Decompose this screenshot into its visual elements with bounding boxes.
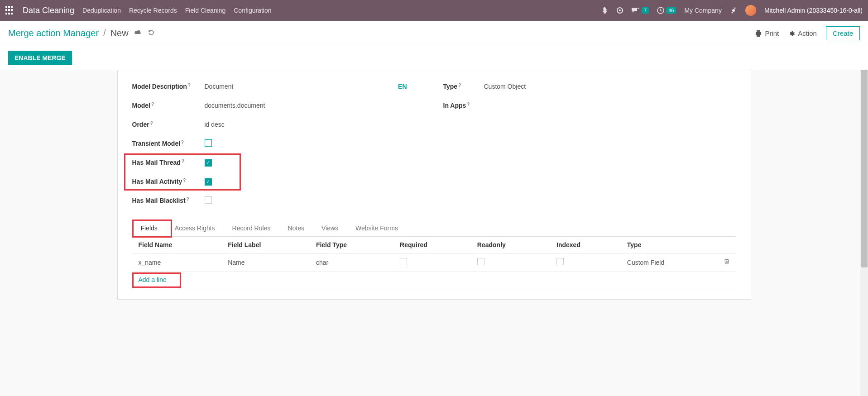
top-navbar: Data Cleaning Deduplication Recycle Reco… xyxy=(0,0,868,21)
table-row[interactable]: x_name Name char Custom Field xyxy=(132,253,736,272)
add-line-row: Add a line xyxy=(132,272,736,288)
help-icon[interactable]: ? xyxy=(467,102,470,107)
nav-field-cleaning[interactable]: Field Cleaning xyxy=(185,7,226,14)
user-avatar[interactable] xyxy=(745,5,756,16)
add-line-link[interactable]: Add a line xyxy=(132,272,736,288)
svg-point-3 xyxy=(638,8,639,9)
tab-record-rules[interactable]: Record Rules xyxy=(224,219,279,236)
highlight-fields-tab xyxy=(132,219,172,238)
breadcrumb-parent[interactable]: Merge action Manager xyxy=(8,28,99,38)
value-type: Custom Object xyxy=(484,83,736,90)
form-right-column: Type ? Custom Object In Apps ? xyxy=(443,81,736,214)
form-columns: Model Description ? Document EN Model ? … xyxy=(132,81,736,214)
vertical-scrollbar[interactable] xyxy=(860,70,868,396)
user-name[interactable]: Mitchell Admin (20333450-16-0-all) xyxy=(764,7,863,14)
discard-icon[interactable] xyxy=(148,29,155,38)
th-field-type[interactable]: Field Type xyxy=(310,237,393,253)
field-order: Order ? id desc xyxy=(132,119,425,130)
action-label: Action xyxy=(798,29,817,37)
cell-field-type[interactable]: char xyxy=(310,253,393,272)
company-selector[interactable]: My Company xyxy=(684,7,721,14)
label-mail-blacklist: Has Mail Blacklist xyxy=(132,197,186,204)
navbar-left: Data Cleaning Deduplication Recycle Reco… xyxy=(5,6,272,15)
messages-badge: 7 xyxy=(642,7,649,14)
nav-configuration[interactable]: Configuration xyxy=(234,7,271,14)
th-field-label[interactable]: Field Label xyxy=(221,237,310,253)
field-mail-blacklist: Has Mail Blacklist ? xyxy=(132,195,425,206)
field-transient: Transient Model ? xyxy=(132,138,425,149)
status-bar: ENABLE MERGE xyxy=(0,46,868,70)
help-icon[interactable]: ? xyxy=(187,197,189,202)
th-type[interactable]: Type xyxy=(621,237,717,253)
th-required[interactable]: Required xyxy=(393,237,471,253)
print-button[interactable]: Print xyxy=(755,29,779,37)
checkbox-required[interactable] xyxy=(400,258,407,265)
help-icon[interactable]: ? xyxy=(458,83,461,88)
lang-badge[interactable]: EN xyxy=(398,83,425,90)
table-header-row: Field Name Field Label Field Type Requir… xyxy=(132,237,736,253)
label-model: Model xyxy=(132,102,150,109)
fields-table: Field Name Field Label Field Type Requir… xyxy=(132,237,736,288)
highlight-add-line xyxy=(132,272,181,288)
breadcrumb-separator: / xyxy=(103,28,106,38)
create-button[interactable]: Create xyxy=(826,26,860,40)
checkbox-transient[interactable] xyxy=(205,139,212,147)
apps-menu-icon[interactable] xyxy=(5,6,14,15)
field-model: Model ? documents.document xyxy=(132,100,425,111)
label-transient: Transient Model xyxy=(132,140,181,147)
tab-views[interactable]: Views xyxy=(313,219,347,236)
help-icon[interactable]: ? xyxy=(181,140,184,145)
action-button[interactable]: Action xyxy=(788,29,817,37)
checkbox-indexed[interactable] xyxy=(556,258,564,265)
enable-merge-button[interactable]: ENABLE MERGE xyxy=(8,51,72,65)
activities-icon[interactable]: 46 xyxy=(657,7,676,14)
app-brand[interactable]: Data Cleaning xyxy=(23,6,74,15)
form-left-column: Model Description ? Document EN Model ? … xyxy=(132,81,425,214)
value-model-description[interactable]: Document xyxy=(205,83,398,90)
field-type: Type ? Custom Object xyxy=(443,81,736,92)
form-sheet: Model Description ? Document EN Model ? … xyxy=(117,70,751,300)
bug-icon[interactable] xyxy=(601,7,608,14)
th-readonly[interactable]: Readonly xyxy=(471,237,550,253)
header-actions: Print Action Create xyxy=(755,26,860,40)
help-icon[interactable]: ? xyxy=(188,83,191,88)
value-model[interactable]: documents.document xyxy=(205,102,425,109)
label-in-apps: In Apps xyxy=(443,102,466,109)
checkbox-readonly[interactable] xyxy=(477,258,484,265)
field-in-apps: In Apps ? xyxy=(443,100,736,111)
trash-icon[interactable] xyxy=(724,259,730,266)
svg-point-2 xyxy=(638,8,638,9)
breadcrumb-current: New xyxy=(110,28,129,38)
activities-badge: 46 xyxy=(666,7,676,14)
highlight-mail-flags xyxy=(124,153,241,191)
th-field-name[interactable]: Field Name xyxy=(132,237,222,253)
tab-website-forms[interactable]: Website Forms xyxy=(347,219,407,236)
nav-recycle-records[interactable]: Recycle Records xyxy=(129,7,177,14)
cell-field-name[interactable]: x_name xyxy=(132,253,222,272)
nav-deduplication[interactable]: Deduplication xyxy=(82,7,121,14)
support-icon[interactable] xyxy=(616,7,623,14)
checkbox-mail-blacklist[interactable] xyxy=(205,196,212,204)
cell-field-label[interactable]: Name xyxy=(221,253,310,272)
cloud-save-icon[interactable] xyxy=(134,29,142,38)
tab-access-rights[interactable]: Access Rights xyxy=(166,219,224,236)
help-icon[interactable]: ? xyxy=(151,102,154,107)
tools-icon[interactable] xyxy=(730,7,737,14)
print-label: Print xyxy=(765,29,779,37)
page-header: Merge action Manager / New Print Action … xyxy=(0,21,868,46)
tab-notes[interactable]: Notes xyxy=(279,219,313,236)
navbar-right: 7 46 My Company Mitchell Admin (20333450… xyxy=(601,5,863,16)
field-model-description: Model Description ? Document EN xyxy=(132,81,425,92)
value-order[interactable]: id desc xyxy=(205,121,425,128)
help-icon[interactable]: ? xyxy=(150,121,153,126)
label-type: Type xyxy=(443,83,458,90)
svg-point-1 xyxy=(619,10,621,11)
messages-icon[interactable]: 7 xyxy=(632,7,649,14)
content-area: Model Description ? Document EN Model ? … xyxy=(0,70,868,396)
cell-type: Custom Field xyxy=(621,253,717,272)
breadcrumb: Merge action Manager / New xyxy=(8,28,129,38)
scrollbar-thumb[interactable] xyxy=(861,70,868,267)
tabs: Fields Access Rights Record Rules Notes … xyxy=(132,219,736,237)
label-order: Order xyxy=(132,121,149,128)
th-indexed[interactable]: Indexed xyxy=(550,237,621,253)
